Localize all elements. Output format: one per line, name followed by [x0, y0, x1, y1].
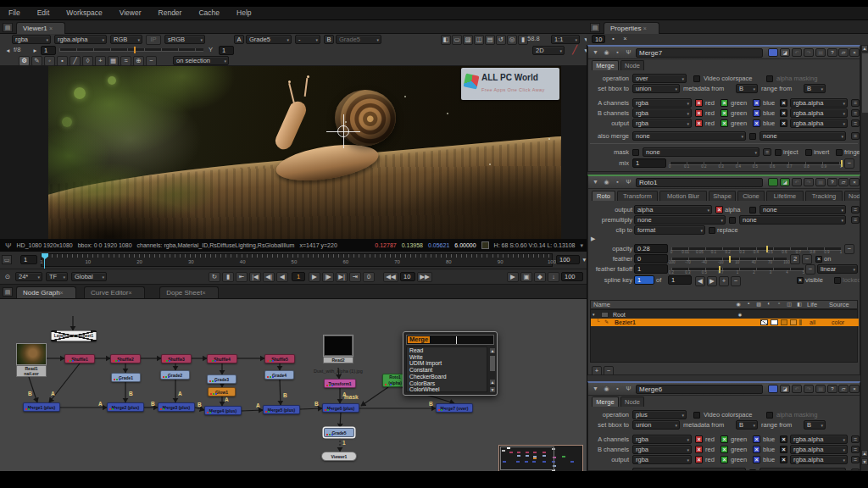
transport-fwd-button-3[interactable]: ⇥ — [349, 272, 361, 282]
premultiply-select[interactable]: none▾ — [634, 215, 726, 225]
redo-button[interactable]: ↷ — [804, 48, 814, 57]
revert-button[interactable]: ▤ — [815, 48, 826, 57]
range-start-input[interactable]: 1 — [20, 255, 37, 264]
channels-select[interactable]: rgba▾ — [632, 108, 692, 118]
tree-expand-icon[interactable]: ▾ — [593, 312, 599, 319]
list-item-bezier1[interactable]: └✎Bezier1allcolor — [591, 319, 859, 326]
tab-viewer1[interactable]: Viewer1 × — [16, 22, 65, 34]
bookmark-icon[interactable]: ▪ — [613, 48, 622, 58]
tab-lifetime[interactable]: Lifetime — [766, 191, 804, 201]
current-frame-input[interactable]: 1 — [292, 272, 305, 281]
timecode-select[interactable]: TF▾ — [46, 272, 68, 281]
fstop-decrease-button[interactable]: ◂ — [3, 46, 13, 56]
scroll-up-icon[interactable]: ▲ — [861, 45, 868, 52]
falloff-slider[interactable]: 0.20.30.50.712345 — [671, 264, 804, 274]
transport-fwd-button-1[interactable]: |▶ — [322, 272, 334, 282]
green-channel-checkbox[interactable]: × — [721, 99, 728, 107]
transport-back-button-1[interactable]: ▮ — [222, 272, 234, 282]
node-merge5[interactable]: Merge5 (plus) — [263, 405, 300, 414]
node-tree-icon[interactable]: Ψ — [624, 178, 633, 187]
focus-node-icon[interactable]: ◉ — [602, 178, 611, 187]
wipe-icon[interactable]: ◧ — [441, 35, 451, 45]
alpha-channel-checkbox[interactable]: × — [715, 206, 723, 214]
menu-workspace[interactable]: Workspace — [58, 7, 110, 19]
pane-menu-icon[interactable]: ▤ — [590, 23, 600, 32]
tab-node[interactable]: Node — [620, 60, 644, 70]
step-forward-button[interactable]: ▶▶ — [417, 272, 432, 282]
revert-button[interactable]: ▤ — [815, 385, 826, 393]
viewer-update-icon[interactable]: Ψ — [5, 241, 12, 250]
close-tab-icon[interactable]: × — [49, 25, 53, 31]
range-end-input[interactable]: 100 — [556, 255, 580, 264]
alpha-masking-checkbox[interactable] — [766, 412, 773, 419]
animation-menu-button[interactable]: = — [851, 216, 860, 224]
undo-button[interactable]: ↶ — [792, 178, 802, 186]
opacity-slider[interactable]: 00.010.050.10.20.30.40.50.60.70.80.91 — [671, 244, 841, 254]
alpha-channel-checkbox[interactable]: × — [780, 109, 787, 117]
feather-on-checkbox[interactable]: × — [815, 256, 822, 263]
metadata-select[interactable]: B▾ — [736, 420, 758, 430]
node-name-input[interactable]: Merge7 — [636, 48, 763, 58]
curve-editor-icon[interactable]: ~ — [802, 254, 812, 264]
node-graph-canvas[interactable]: BABABABAABBAmaskAB1 Merge ReadWriteUDIM … — [0, 299, 587, 471]
lock-range-button[interactable]: ◆ — [534, 272, 546, 282]
roto-key-del-icon[interactable]: − — [146, 56, 157, 66]
alpha-channel-checkbox[interactable]: × — [780, 119, 787, 127]
search-result-write[interactable]: Write — [407, 354, 487, 361]
tab-merge[interactable]: Merge — [592, 396, 619, 407]
gamma-input[interactable]: 1 — [219, 46, 234, 55]
alpha-channel-select[interactable]: rgba.alpha▾ — [790, 445, 848, 454]
tab-properties[interactable]: Properties × — [604, 22, 659, 34]
ab-blend-select[interactable]: -▾ — [295, 35, 320, 44]
bbox-select[interactable]: union▾ — [632, 420, 680, 430]
max-panels-input[interactable]: 10 — [592, 35, 605, 43]
node-layercontactsheet1[interactable]: LayerContactSheet1 — [51, 330, 97, 341]
collapse-panel-icon[interactable]: ▼ — [591, 385, 600, 394]
prev-key-button[interactable]: ◀ — [695, 276, 705, 286]
also-merge-select[interactable]: none▾ — [632, 131, 746, 141]
node-glow1[interactable]: Glow1 — [208, 387, 236, 396]
animation-menu-button[interactable]: = — [851, 206, 860, 214]
falloff-input[interactable]: 1 — [634, 264, 668, 274]
render-button[interactable]: ↓ — [548, 272, 559, 282]
refresh-icon[interactable]: ↺ — [496, 35, 506, 45]
transport-fwd-button-0[interactable]: ▶ — [309, 272, 320, 282]
next-key-button[interactable]: ▶ — [707, 276, 717, 286]
falloff-type-select[interactable]: linear▾ — [817, 264, 858, 274]
node-shuffle5[interactable]: Shuffle5 — [264, 354, 295, 363]
blend-icon[interactable] — [781, 319, 787, 325]
focus-node-icon[interactable]: ◉ — [602, 385, 611, 394]
menu-viewer[interactable]: Viewer — [111, 7, 150, 19]
red-channel-checkbox[interactable]: × — [695, 99, 703, 107]
tab-roto[interactable]: Roto — [592, 191, 615, 201]
node-read2[interactable]: Read2 — [323, 335, 353, 368]
add-key-button[interactable]: + — [719, 276, 729, 286]
close-tab-icon[interactable]: × — [60, 290, 64, 296]
menu-cache[interactable]: Cache — [190, 7, 228, 19]
bookmark-icon[interactable]: ▪ — [613, 385, 622, 394]
fringe-checkbox[interactable] — [836, 149, 843, 156]
alpha-channel-select[interactable]: rgba.alpha▾ — [790, 98, 848, 108]
focus-node-icon[interactable]: ◉ — [602, 48, 611, 58]
range-select[interactable]: B▾ — [804, 84, 826, 93]
feather-slider[interactable]: -100-70-40-10104070100 — [671, 254, 787, 264]
slider-handle[interactable] — [134, 47, 136, 53]
alpha-channel-checkbox[interactable]: × — [780, 99, 787, 107]
roto-draw-icon[interactable]: ✎ — [31, 56, 42, 66]
channels-select[interactable]: rgba▾ — [632, 435, 692, 444]
roto-rect-icon[interactable]: ▪ — [57, 56, 68, 66]
tab-node[interactable]: Node — [844, 191, 860, 201]
zoom-ratio-select[interactable]: 1:1▾ — [551, 35, 580, 44]
roto-tool-mode-select[interactable]: on selection▾ — [173, 56, 229, 65]
tab-node-graph[interactable]: Node Graph× — [16, 286, 76, 298]
node-shuffle1[interactable]: Shuffle1 — [64, 354, 95, 363]
close-panel-button[interactable]: × — [849, 178, 860, 186]
blue-channel-checkbox[interactable]: × — [753, 456, 760, 463]
fps-select[interactable]: 24*▾ — [15, 272, 42, 281]
timeline-ruler[interactable]: 1102030405060708090100 — [41, 253, 553, 267]
node-name-input[interactable]: Merge6 — [636, 385, 763, 394]
transport-fwd-button-2[interactable]: ▶| — [336, 272, 348, 282]
scroll-up-icon[interactable]: ▲ — [489, 347, 496, 354]
panel-color-button[interactable]: ◪ — [780, 385, 790, 393]
range-select[interactable]: B▾ — [804, 420, 826, 430]
